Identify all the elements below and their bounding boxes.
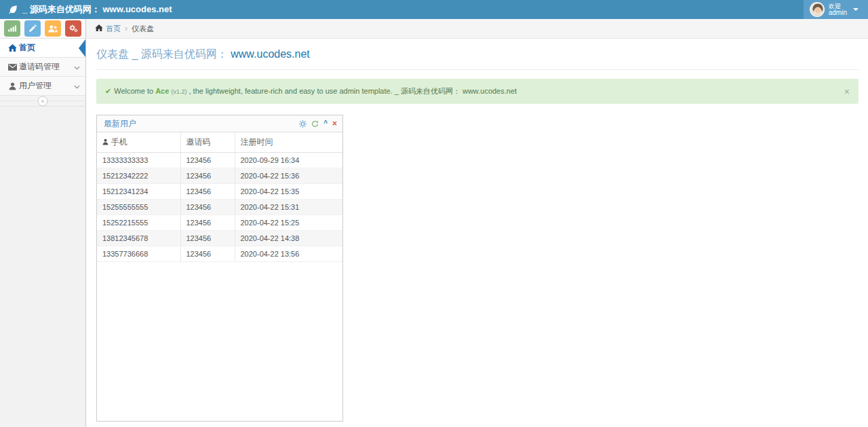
table-row: 13333333333 123456 2020-09-29 16:34 <box>97 153 342 168</box>
cell-invite-code: 123456 <box>180 168 235 184</box>
refresh-icon[interactable] <box>311 120 319 128</box>
user-greeting: 欢迎 admin <box>829 3 847 16</box>
check-icon: ✔ <box>105 87 111 95</box>
breadcrumb-separator: › <box>125 24 127 33</box>
widget-title: 最新用户 <box>104 118 136 130</box>
cell-register-time: 2020-04-22 13:56 <box>235 246 342 262</box>
col-header-phone: 手机 <box>97 132 180 153</box>
chevron-down-icon <box>74 62 80 72</box>
brand[interactable]: _ 源码来自优码网： www.ucodes.net <box>0 0 172 19</box>
user-table-body: 13333333333 123456 2020-09-29 16:34 1521… <box>97 153 342 262</box>
cell-register-time: 2020-04-22 15:36 <box>235 168 342 184</box>
cell-phone: 15212342222 <box>97 168 180 184</box>
alert-text-before: Welcome to <box>114 87 155 95</box>
cell-invite-code: 123456 <box>180 215 235 231</box>
page-title-link[interactable]: www.ucodes.net <box>231 48 310 60</box>
cell-invite-code: 123456 <box>180 184 235 200</box>
envelope-icon <box>5 64 19 71</box>
sidebar-collapse-band: « <box>0 96 85 107</box>
gears-button[interactable] <box>65 20 81 37</box>
alert-text-after: , the lightweight, feature-rich and easy… <box>186 87 517 95</box>
username-label: admin <box>829 9 847 16</box>
user-icon <box>102 138 108 147</box>
pencil-icon <box>28 24 37 33</box>
latest-users-table: 手机 邀请码 注册时间 13333333333 123456 2020-09-2… <box>97 132 342 262</box>
widget-header: 最新用户 ^ × <box>97 115 342 132</box>
signal-button[interactable] <box>4 20 20 37</box>
sidebar-item-invite-codes[interactable]: 邀请码管理 <box>0 58 85 77</box>
breadcrumb-current: 仪表盘 <box>132 24 154 34</box>
welcome-alert: ✔Welcome to Ace (v1.2) , the lightweight… <box>96 79 859 104</box>
users-button[interactable] <box>45 20 61 37</box>
cell-phone: 13333333333 <box>97 153 180 168</box>
breadcrumb-home[interactable]: 首页 <box>95 24 121 34</box>
cell-invite-code: 123456 <box>180 200 235 215</box>
table-row: 13812345678 123456 2020-04-22 14:38 <box>97 231 342 246</box>
sidebar-item-users[interactable]: 用户管理 <box>0 77 85 96</box>
gear-icon[interactable] <box>299 120 307 128</box>
table-row: 15212341234 123456 2020-04-22 15:35 <box>97 184 342 200</box>
home-icon <box>95 24 103 33</box>
pencil-button[interactable] <box>24 20 41 37</box>
sidebar: 首页 邀请码管理 用户管理 « <box>0 19 86 427</box>
widget-toolbar: ^ × <box>299 119 337 128</box>
close-icon[interactable]: × <box>332 119 337 128</box>
main-content: 首页 › 仪表盘 仪表盘 _ 源码来自优码网： www.ucodes.net ✔… <box>86 19 868 427</box>
caret-down-icon <box>853 8 859 11</box>
table-row: 15255555555 123456 2020-04-22 15:31 <box>97 200 342 215</box>
alert-version: (v1.2) <box>171 88 186 95</box>
cell-register-time: 2020-04-22 15:25 <box>235 215 342 231</box>
page-header: 仪表盘 _ 源码来自优码网： www.ucodes.net <box>96 39 859 70</box>
alert-brand: Ace <box>155 87 169 95</box>
breadcrumb-home-link[interactable]: 首页 <box>106 24 121 34</box>
user-icon <box>5 82 19 90</box>
chevron-down-icon <box>74 81 80 91</box>
sidebar-item-label: 首页 <box>19 42 35 54</box>
sidebar-collapse-button[interactable]: « <box>38 96 48 106</box>
cell-invite-code: 123456 <box>180 153 235 168</box>
cell-register-time: 2020-04-22 15:35 <box>235 184 342 200</box>
signal-icon <box>8 25 16 32</box>
chevron-up-icon[interactable]: ^ <box>323 120 328 127</box>
home-icon <box>5 44 19 52</box>
users-icon <box>48 25 58 33</box>
sidebar-item-label: 邀请码管理 <box>19 61 60 73</box>
table-row: 13357736668 123456 2020-04-22 13:56 <box>97 246 342 262</box>
avatar <box>810 2 825 17</box>
latest-users-widget: 最新用户 ^ × 手机 邀请码 注册时间 <box>96 115 343 422</box>
sidebar-shortcuts <box>0 19 85 39</box>
cell-register-time: 2020-09-29 16:34 <box>235 153 342 168</box>
cell-phone: 15255555555 <box>97 200 180 215</box>
table-row: 15212342222 123456 2020-04-22 15:36 <box>97 168 342 184</box>
cell-phone: 13357736668 <box>97 246 180 262</box>
breadcrumb: 首页 › 仪表盘 <box>86 19 868 39</box>
top-navbar: _ 源码来自优码网： www.ucodes.net 欢迎 admin <box>0 0 868 19</box>
gears-icon <box>69 24 78 33</box>
sidebar-item-home[interactable]: 首页 <box>0 39 85 58</box>
cell-phone: 13812345678 <box>97 231 180 246</box>
cell-invite-code: 123456 <box>180 231 235 246</box>
user-menu[interactable]: 欢迎 admin <box>804 0 868 19</box>
cell-invite-code: 123456 <box>180 246 235 262</box>
leaf-icon <box>8 5 18 14</box>
table-row: 15252215555 123456 2020-04-22 15:25 <box>97 215 342 231</box>
cell-phone: 15212341234 <box>97 184 180 200</box>
active-marker <box>79 39 85 57</box>
table-header-row: 手机 邀请码 注册时间 <box>97 132 342 153</box>
cell-register-time: 2020-04-22 14:38 <box>235 231 342 246</box>
page-title: 仪表盘 _ 源码来自优码网： <box>96 48 228 60</box>
brand-title: _ 源码来自优码网： www.ucodes.net <box>22 3 172 16</box>
col-header-register-time: 注册时间 <box>235 132 342 153</box>
sidebar-item-label: 用户管理 <box>19 80 52 92</box>
sidebar-background <box>0 107 85 427</box>
alert-close-icon[interactable]: × <box>844 87 850 96</box>
cell-phone: 15252215555 <box>97 215 180 231</box>
col-header-invite-code: 邀请码 <box>180 132 235 153</box>
cell-register-time: 2020-04-22 15:31 <box>235 200 342 215</box>
